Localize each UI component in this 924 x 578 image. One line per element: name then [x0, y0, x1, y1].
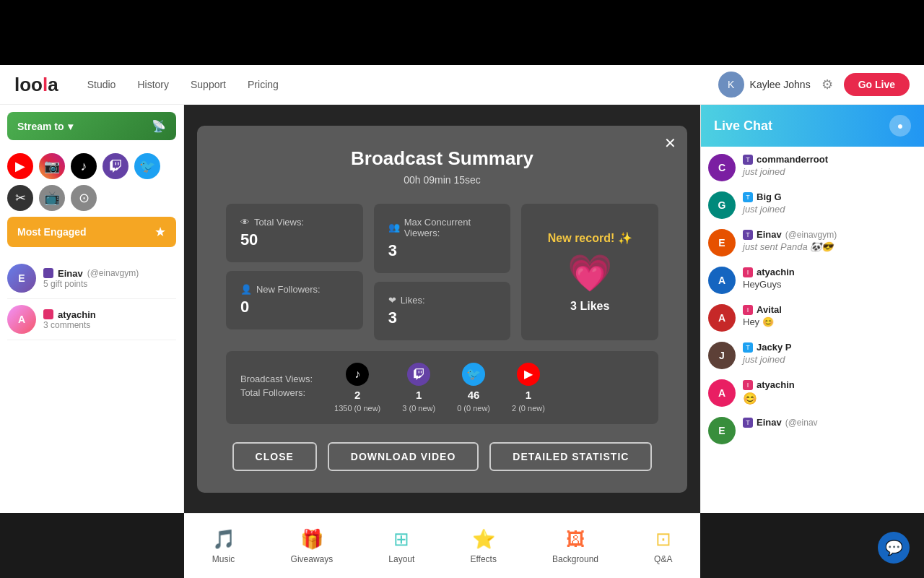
avatar: A: [708, 379, 736, 407]
chat-username: Big G: [757, 191, 782, 202]
engaged-name: atyachin: [58, 309, 96, 320]
platform-icons: ▶ 📷 ♪ 🐦 ✂ 📺 ⊙: [0, 147, 183, 217]
twitch-platform-badge: T: [743, 230, 753, 240]
music-label: Music: [212, 554, 235, 564]
chat-message: G T Big G just joined: [708, 191, 917, 219]
nav-history[interactable]: History: [137, 79, 169, 90]
likes-box: ❤ Likes: 3: [374, 282, 511, 340]
toolbar-music[interactable]: 🎵 Music: [212, 528, 235, 564]
most-engaged-bar: Most Engaged ★: [7, 217, 176, 247]
left-stats: 👁 Total Views: 50 👤 New Followers: 0: [226, 204, 363, 340]
go-live-button[interactable]: Go Live: [844, 73, 910, 96]
tiktok-icon[interactable]: ♪: [71, 153, 97, 179]
chat-username: atyachin: [757, 379, 795, 390]
toolbar-giveaways[interactable]: 🎁 Giveaways: [291, 528, 334, 564]
avatar: C: [708, 154, 736, 181]
star-icon: ★: [154, 224, 166, 240]
instagram-icon[interactable]: 📷: [39, 153, 65, 179]
chat-messages: C T commanderroot just joined G T Big G: [701, 147, 924, 513]
live-chat-header: Live Chat ●: [701, 105, 924, 147]
youtube-icon[interactable]: ▶: [7, 153, 33, 179]
youtube-followers: 2 (0 new): [512, 404, 545, 413]
chat-handle: (@einav: [785, 418, 818, 428]
gear-icon[interactable]: ⚙: [821, 77, 833, 92]
total-views-label: 👁 Total Views:: [240, 217, 349, 228]
likes-value: 3: [388, 309, 497, 327]
dark-platform-icon1[interactable]: ✂: [7, 185, 33, 211]
chat-action: just joined: [743, 166, 917, 177]
broadcast-views-label: Broadcast Views:: [240, 374, 313, 384]
chat-emoji: 😊: [743, 392, 917, 405]
nav-pricing[interactable]: Pricing: [248, 79, 279, 90]
twitch-views: 1: [416, 389, 422, 401]
music-icon: 🎵: [212, 528, 235, 551]
qa-icon: ⊡: [655, 528, 671, 551]
nav-studio[interactable]: Studio: [87, 79, 116, 90]
chat-message: A I atyachin 😊: [708, 379, 917, 407]
twitter-platform-badge: T: [743, 192, 753, 202]
instagram-platform-badge: I: [743, 380, 753, 390]
eye-icon: 👁: [240, 217, 250, 228]
chat-text: HeyGuys: [743, 279, 917, 290]
toolbar-qa[interactable]: ⊡ Q&A: [654, 528, 672, 564]
dark-platform-icon3[interactable]: ⊙: [71, 185, 97, 211]
detailed-statistic-button[interactable]: DETAILED STATISTIC: [489, 442, 652, 471]
avatar: A: [708, 267, 736, 294]
likes-label: ❤ Likes:: [388, 295, 497, 306]
avatar: E: [708, 229, 736, 256]
youtube-stat: ▶ 1 2 (0 new): [512, 363, 545, 413]
chat-text: Hey 😊: [743, 316, 917, 327]
bottom-toolbar: 🎵 Music 🎁 Giveaways ⊞ Layout ⭐ Effects 🖼…: [184, 513, 700, 578]
middle-stats: 👥 Max Concurrent Viewers: 3 ❤ Likes: 3: [374, 204, 511, 340]
avatar: J: [708, 342, 736, 369]
chat-bubble-button[interactable]: 💬: [878, 532, 910, 564]
engaged-meta: 3 comments: [43, 320, 176, 330]
chat-action: just joined: [743, 354, 917, 365]
chat-message: E T Einav (@einavgym) just sent Panda 🐼😎: [708, 229, 917, 256]
main-nav: Studio History Support Pricing: [87, 79, 279, 90]
effects-icon: ⭐: [472, 528, 495, 551]
twitter-followers: 0 (0 new): [457, 404, 490, 413]
chat-username: Avital: [757, 304, 782, 315]
max-concurrent-label: 👥 Max Concurrent Viewers:: [388, 217, 497, 238]
layout-label: Layout: [388, 554, 414, 564]
chat-message: C T commanderroot just joined: [708, 154, 917, 181]
chat-username: commanderroot: [757, 154, 828, 165]
twitter-stat: 🐦 46 0 (0 new): [457, 363, 490, 413]
qa-label: Q&A: [654, 554, 672, 564]
center-area: ✕ Broadcast Summary 00h 09min 15sec 👁 To…: [184, 105, 700, 513]
person-group-icon: 👥: [388, 222, 400, 233]
close-button[interactable]: CLOSE: [232, 442, 317, 471]
toolbar-layout[interactable]: ⊞ Layout: [388, 528, 414, 564]
live-chat-title: Live Chat: [714, 118, 772, 134]
max-concurrent-value: 3: [388, 241, 497, 260]
toolbar-effects[interactable]: ⭐ Effects: [470, 528, 496, 564]
top-bar: [0, 0, 924, 65]
avatar: G: [708, 191, 736, 219]
twitch-stat-icon: [407, 363, 430, 386]
right-sidebar: Live Chat ● C T commanderroot just joine…: [700, 105, 924, 513]
instagram-platform-badge: I: [743, 305, 753, 315]
total-views-value: 50: [240, 230, 349, 249]
chat-action: just sent Panda 🐼😎: [743, 241, 917, 252]
twitch-icon[interactable]: [103, 153, 128, 179]
download-video-button[interactable]: DOWNLOAD VIDEO: [328, 442, 479, 471]
dark-platform-icon2[interactable]: 📺: [39, 185, 65, 211]
person-icon: 👤: [240, 284, 252, 295]
modal-close-button[interactable]: ✕: [664, 134, 676, 152]
chat-message: J T Jacky P just joined: [708, 342, 917, 369]
tiktok-views: 2: [354, 389, 360, 401]
giveaways-label: Giveaways: [291, 554, 334, 564]
toolbar-background[interactable]: 🖼 Background: [552, 528, 598, 564]
twitter-icon[interactable]: 🐦: [134, 153, 160, 179]
modal-overlay: ✕ Broadcast Summary 00h 09min 15sec 👁 To…: [184, 105, 700, 513]
modal-buttons: CLOSE DOWNLOAD VIDEO DETAILED STATISTIC: [226, 442, 658, 471]
twitch-followers: 3 (0 new): [402, 404, 435, 413]
stream-to-bar[interactable]: Stream to ▾ 📡: [7, 112, 176, 140]
chat-username: Jacky P: [757, 342, 791, 353]
new-followers-value: 0: [240, 298, 349, 316]
background-label: Background: [552, 554, 598, 564]
left-sidebar: Stream to ▾ 📡 ▶ 📷 ♪ 🐦 ✂ 📺 ⊙ Most Engaged…: [0, 105, 184, 513]
nav-support[interactable]: Support: [191, 79, 226, 90]
avatar: A: [708, 304, 736, 332]
